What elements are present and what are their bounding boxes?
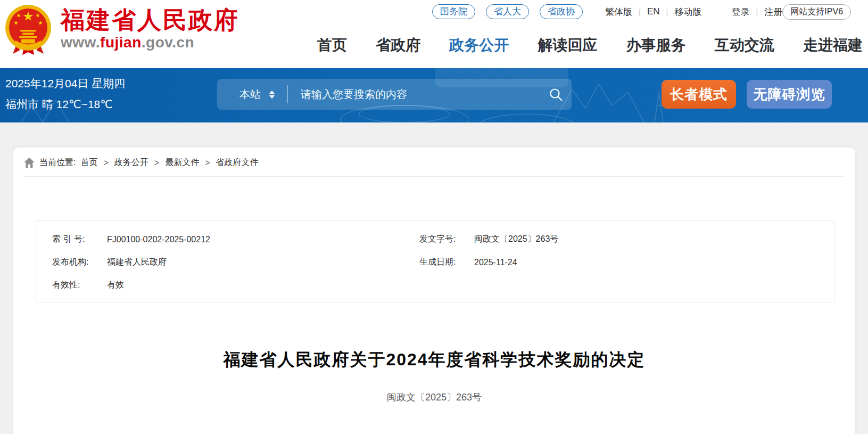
breadcrumb: 当前位置: 首页 > 政务公开 > 最新文件 > 省政府文件 [13, 148, 855, 168]
meta-label: 发布机构: [52, 257, 107, 268]
search-scope-value: 本站 [239, 87, 261, 102]
site-url-domain: fujian [100, 34, 142, 51]
meta-value: 有效 [107, 280, 124, 291]
document-title: 福建省人民政府关于2024年度省科学技术奖励的决定 [13, 348, 855, 372]
lang-mobile[interactable]: 移动版 [674, 6, 701, 18]
meta-label: 生成日期: [419, 257, 474, 268]
search-icon [549, 87, 563, 102]
site-logo[interactable]: 福建省人民政府 www.fujian.gov.cn [4, 3, 239, 55]
date-text: 2025年12月04日 星期四 [5, 73, 125, 94]
select-arrows-icon [269, 91, 275, 99]
meta-row-document-number: 发文字号: 闽政文〔2025〕263号 [419, 228, 834, 251]
meta-value: FJ00100-0202-2025-00212 [107, 235, 210, 244]
divider: | [639, 7, 641, 17]
page-body: 当前位置: 首页 > 政务公开 > 最新文件 > 省政府文件 索 引 号: FJ… [0, 122, 868, 434]
search-button[interactable] [540, 79, 572, 110]
main-nav: 首页 省政府 政务公开 解读回应 办事服务 互动交流 走进福建 [317, 35, 863, 55]
nav-item-home[interactable]: 首页 [317, 35, 347, 55]
weather-text: 福州市 晴 12℃~18℃ [5, 94, 125, 114]
quick-link-provincial-congress[interactable]: 省人大 [486, 4, 529, 19]
national-emblem-icon [4, 3, 52, 55]
breadcrumb-latest-documents[interactable]: 最新文件 [165, 157, 199, 168]
accessibility-button[interactable]: 无障碍浏览 [747, 80, 832, 109]
meta-row-issue-date: 生成日期: 2025-11-24 [419, 251, 834, 274]
divider: | [666, 7, 668, 17]
document-number: 闽政文〔2025〕263号 [13, 391, 855, 404]
login-link[interactable]: 登录 [731, 6, 749, 18]
meta-column-right: 发文字号: 闽政文〔2025〕263号 生成日期: 2025-11-24 [419, 228, 834, 302]
site-header: 福建省人民政府 www.fujian.gov.cn 国务院 省人大 省政协 繁体… [0, 0, 868, 68]
meta-label: 有效性: [52, 280, 107, 291]
meta-value: 福建省人民政府 [107, 257, 167, 268]
info-bar: 2025年12月04日 星期四 福州市 晴 12℃~18℃ 本站 长者模式 无障… [0, 68, 868, 122]
search-input[interactable] [301, 88, 540, 101]
lang-traditional[interactable]: 繁体版 [605, 6, 632, 18]
lang-english[interactable]: EN [647, 6, 660, 17]
content-panel: 当前位置: 首页 > 政务公开 > 最新文件 > 省政府文件 索 引 号: FJ… [13, 148, 855, 434]
meta-row-validity: 有效性: 有效 [52, 274, 419, 297]
meta-value: 闽政文〔2025〕263号 [474, 234, 558, 245]
ipv6-badge[interactable]: 网站支持IPV6 [782, 4, 851, 20]
quick-link-state-council[interactable]: 国务院 [432, 4, 475, 19]
meta-row-issuing-agency: 发布机构: 福建省人民政府 [52, 251, 419, 274]
language-links: 繁体版 | EN | 移动版 [605, 6, 701, 18]
search-scope-select[interactable]: 本站 [239, 87, 275, 102]
date-weather: 2025年12月04日 星期四 福州市 晴 12℃~18℃ [5, 73, 125, 114]
nav-item-provincial-government[interactable]: 省政府 [376, 35, 420, 55]
meta-column-left: 索 引 号: FJ00100-0202-2025-00212 发布机构: 福建省… [52, 228, 419, 302]
nav-item-interpretation[interactable]: 解读回应 [538, 35, 597, 55]
meta-value: 2025-11-24 [474, 258, 517, 267]
breadcrumb-provincial-documents[interactable]: 省政府文件 [216, 157, 258, 168]
quick-link-provincial-cppcc[interactable]: 省政协 [540, 4, 583, 19]
home-icon[interactable] [24, 158, 35, 168]
nav-item-services[interactable]: 办事服务 [626, 35, 686, 55]
breadcrumb-separator: > [205, 158, 210, 168]
meta-row-index-number: 索 引 号: FJ00100-0202-2025-00212 [52, 228, 419, 251]
meta-label: 索 引 号: [52, 234, 107, 245]
breadcrumb-separator: > [103, 158, 108, 168]
site-url-suffix: .gov.cn [142, 34, 194, 51]
site-url-www: www. [61, 34, 100, 51]
breadcrumb-divider [24, 176, 845, 177]
account-links: 登录 | 注册 [731, 6, 782, 18]
elder-mode-button[interactable]: 长者模式 [662, 80, 736, 109]
nav-item-interaction[interactable]: 互动交流 [715, 35, 774, 55]
document-meta-box: 索 引 号: FJ00100-0202-2025-00212 发布机构: 福建省… [36, 220, 834, 302]
divider: | [756, 7, 758, 17]
breadcrumb-prefix: 当前位置: [39, 157, 76, 168]
meta-label: 发文字号: [419, 234, 474, 245]
header-utility-bar: 国务院 省人大 省政协 繁体版 | EN | 移动版 登录 | 注册 网站支持I… [432, 4, 838, 20]
site-name: 福建省人民政府 [61, 7, 239, 34]
nav-item-about-fujian[interactable]: 走进福建 [803, 35, 863, 55]
register-link[interactable]: 注册 [764, 6, 782, 18]
logo-text: 福建省人民政府 www.fujian.gov.cn [61, 7, 239, 52]
breadcrumb-home[interactable]: 首页 [80, 157, 97, 168]
site-url: www.fujian.gov.cn [61, 34, 239, 51]
breadcrumb-separator: > [154, 158, 159, 168]
nav-item-government-affairs[interactable]: 政务公开 [449, 35, 509, 55]
search-divider [287, 85, 288, 103]
search-bar: 本站 [217, 79, 572, 110]
breadcrumb-government-affairs[interactable]: 政务公开 [114, 157, 148, 168]
